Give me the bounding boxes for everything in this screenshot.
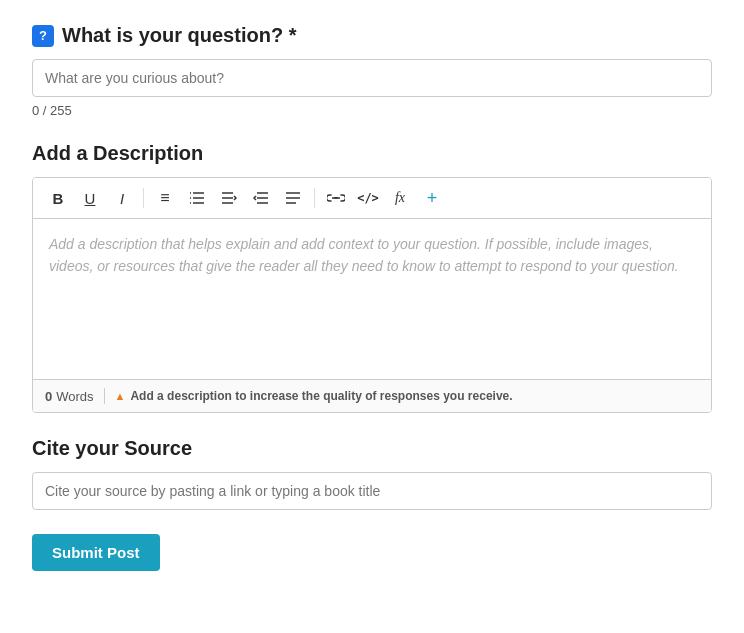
footer-separator — [104, 388, 105, 404]
toolbar-separator-1 — [143, 188, 144, 208]
submit-button[interactable]: Submit Post — [32, 534, 160, 571]
word-count-label: Words — [56, 389, 93, 404]
question-title: What is your question? * — [62, 24, 296, 47]
editor-body[interactable]: Add a description that helps explain and… — [33, 219, 711, 379]
list-button-1[interactable]: ≡ — [150, 184, 180, 212]
description-section: Add a Description B U I ≡ — [32, 142, 712, 413]
list-button-2[interactable] — [182, 184, 212, 212]
editor-footer: 0 Words ▲ Add a description to increase … — [33, 379, 711, 412]
list-button-3[interactable] — [214, 184, 244, 212]
description-title: Add a Description — [32, 142, 712, 165]
plus-button[interactable]: + — [417, 184, 447, 212]
editor-toolbar: B U I ≡ — [33, 178, 711, 219]
word-count: 0 Words — [45, 389, 94, 404]
underline-button[interactable]: U — [75, 184, 105, 212]
quality-text: Add a description to increase the qualit… — [130, 389, 512, 403]
cite-title: Cite your Source — [32, 437, 712, 460]
char-count: 0 / 255 — [32, 103, 712, 118]
help-icon: ? — [32, 25, 54, 47]
link-button[interactable] — [321, 184, 351, 212]
word-count-number: 0 — [45, 389, 52, 404]
quality-hint: ▲ Add a description to increase the qual… — [115, 389, 513, 403]
toolbar-separator-2 — [314, 188, 315, 208]
italic-button[interactable]: I — [107, 184, 137, 212]
align-button[interactable] — [278, 184, 308, 212]
question-section: ? What is your question? * 0 / 255 — [32, 24, 712, 118]
warning-icon: ▲ — [115, 390, 126, 402]
question-label: ? What is your question? * — [32, 24, 712, 47]
question-input[interactable] — [32, 59, 712, 97]
bold-button[interactable]: B — [43, 184, 73, 212]
editor-container: B U I ≡ — [32, 177, 712, 413]
fx-button[interactable]: fx — [385, 184, 415, 212]
page-container: ? What is your question? * 0 / 255 Add a… — [0, 0, 744, 633]
cite-input[interactable] — [32, 472, 712, 510]
list-button-4[interactable] — [246, 184, 276, 212]
cite-section: Cite your Source — [32, 437, 712, 510]
code-button[interactable]: </> — [353, 184, 383, 212]
